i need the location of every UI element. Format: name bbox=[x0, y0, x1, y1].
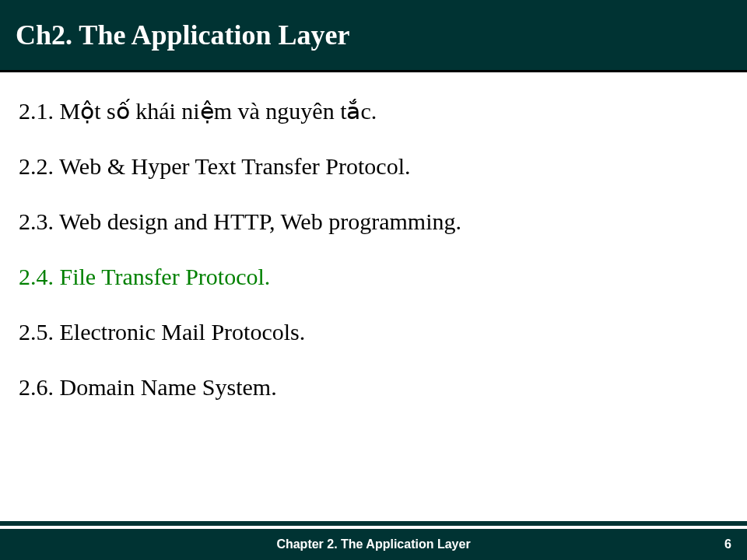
outline-text: 2.6. Domain Name System. bbox=[19, 374, 277, 400]
footer-chapter: Chapter 2. The Application Layer bbox=[276, 537, 470, 551]
outline-text: 2.5. Electronic Mail Protocols. bbox=[19, 319, 305, 345]
outline-item: 2.3. Web design and HTTP, Web programmin… bbox=[19, 206, 728, 236]
slide-header: Ch2. The Application Layer bbox=[0, 0, 747, 72]
outline-item: 2.5. Electronic Mail Protocols. bbox=[19, 317, 728, 347]
outline-item: 2.6. Domain Name System. bbox=[19, 372, 728, 402]
slide-footer-wrap: Chapter 2. The Application Layer 6 bbox=[0, 521, 747, 560]
outline-item-active: 2.4. File Transfer Protocol. bbox=[19, 261, 728, 292]
outline-text: 2.4. File Transfer Protocol. bbox=[19, 264, 270, 289]
slide-title: Ch2. The Application Layer bbox=[16, 19, 349, 51]
page-number: 6 bbox=[724, 537, 731, 551]
outline-text: 2.2. Web & Hyper Text Transfer Protocol. bbox=[19, 153, 411, 179]
outline-item: 2.2. Web & Hyper Text Transfer Protocol. bbox=[19, 151, 728, 181]
outline-item: 2.1. Một số khái niệm và nguyên tắc. bbox=[19, 96, 728, 126]
outline-text: 2.3. Web design and HTTP, Web programmin… bbox=[19, 208, 461, 234]
outline-text: 2.1. Một số khái niệm và nguyên tắc. bbox=[19, 98, 377, 124]
slide-footer: Chapter 2. The Application Layer 6 bbox=[0, 529, 747, 560]
slide-content: 2.1. Một số khái niệm và nguyên tắc. 2.2… bbox=[0, 72, 747, 450]
